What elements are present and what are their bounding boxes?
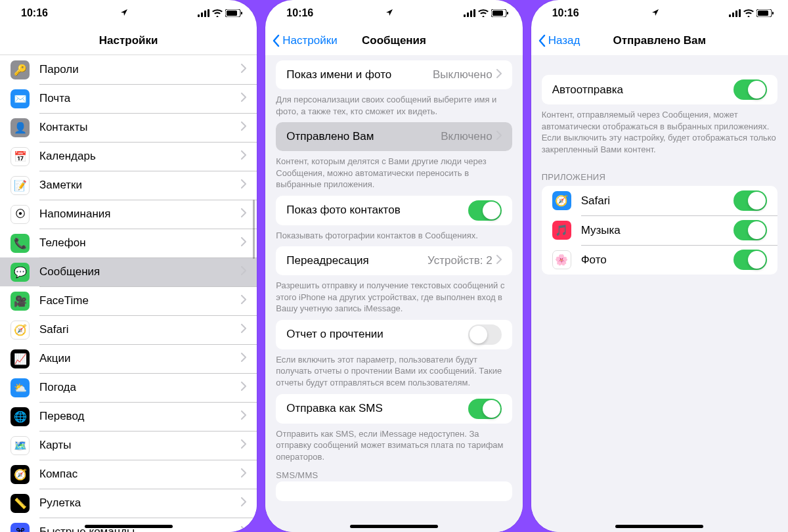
cell-label: Контакты [39, 121, 241, 134]
location-icon [385, 7, 393, 19]
row-name-photo[interactable]: Показ имени и фото Выключено [276, 60, 512, 89]
svg-rect-9 [470, 11, 472, 17]
settings-row-напоминания[interactable]: ⦿ Напоминания [0, 200, 257, 229]
svg-rect-20 [772, 12, 774, 14]
location-icon [120, 7, 128, 19]
app-icon: ⌘ [11, 523, 30, 533]
row-read-receipts[interactable]: Отчет о прочтении [276, 320, 512, 349]
toggle-app[interactable] [733, 220, 767, 240]
cell-label: Погода [39, 381, 241, 394]
svg-rect-1 [201, 12, 203, 17]
chevron-right-icon [241, 410, 246, 422]
footer-note: Контент, которым делятся с Вами другие л… [265, 151, 522, 196]
cell-value: Включено [441, 130, 492, 143]
app-icon: ⦿ [11, 205, 30, 224]
svg-rect-14 [729, 14, 731, 17]
settings-row-заметки[interactable]: 📝 Заметки [0, 171, 257, 200]
settings-row-сообщения[interactable]: 💬 Сообщения [0, 257, 257, 286]
row-contact-photos[interactable]: Показ фото контактов [276, 196, 512, 225]
toggle-read-receipts[interactable] [468, 324, 502, 345]
cellular-icon [198, 9, 209, 17]
cell-label: Отчет о прочтении [286, 328, 468, 341]
back-label: Назад [548, 34, 580, 47]
settings-row-facetime[interactable]: 🎥 FaceTime [0, 286, 257, 315]
screen-settings: 10:16 Настройки 🔑 Пароли ✉️ Почта 👤 Конт… [0, 0, 257, 532]
settings-row-карты[interactable]: 🗺️ Карты [0, 431, 257, 460]
svg-rect-3 [208, 9, 209, 17]
back-button[interactable]: Настройки [272, 34, 337, 47]
settings-row-акции[interactable]: 📈 Акции [0, 344, 257, 373]
toggle-contact-photos[interactable] [468, 200, 502, 221]
chevron-right-icon [241, 295, 246, 307]
settings-row-пароли[interactable]: 🔑 Пароли [0, 55, 257, 84]
chevron-right-icon [241, 353, 246, 365]
cell-label: Переадресация [286, 254, 427, 267]
cell-label: Перевод [39, 410, 241, 423]
app-icon: 📞 [11, 234, 30, 253]
toggle-app[interactable] [733, 250, 767, 270]
cellular-icon [729, 9, 741, 17]
chevron-right-icon [241, 468, 246, 480]
settings-row-компас[interactable]: 🧭 Компас [0, 460, 257, 489]
chevron-right-icon [241, 382, 246, 393]
app-row-safari[interactable]: 🧭 Safari [542, 186, 777, 215]
cell-label: Пароли [39, 63, 241, 76]
settings-row-safari[interactable]: 🧭 Safari [0, 315, 257, 344]
settings-row-календарь[interactable]: 📅 Календарь [0, 142, 257, 171]
app-icon: 🧭 [11, 321, 30, 340]
row-forwarding[interactable]: Переадресация Устройств: 2 [276, 246, 512, 275]
app-row-фото[interactable]: 🌸 Фото [542, 245, 777, 275]
chevron-right-icon [496, 69, 502, 81]
settings-row-перевод[interactable]: 🌐 Перевод [0, 402, 257, 431]
app-icon: 🧭 [11, 465, 30, 484]
app-icon: 🔑 [11, 60, 30, 79]
cell-label: Фото [581, 254, 733, 267]
navbar: Настройки Сообщения [265, 26, 522, 55]
app-icon: 🌸 [552, 250, 571, 269]
svg-rect-10 [473, 9, 475, 17]
status-time: 10:16 [552, 7, 579, 19]
chevron-right-icon [241, 497, 246, 509]
app-row-музыка[interactable]: 🎵 Музыка [542, 215, 777, 245]
svg-rect-13 [507, 12, 508, 14]
status-bar: 10:16 [265, 0, 522, 26]
settings-row-почта[interactable]: ✉️ Почта [0, 84, 257, 113]
settings-row-рулетка[interactable]: 📏 Рулетка [0, 489, 257, 518]
svg-rect-2 [204, 11, 206, 17]
toggle-send-as-sms[interactable] [468, 399, 502, 419]
chevron-left-icon [538, 34, 546, 47]
status-bar: 10:16 [531, 0, 788, 26]
settings-row-погода[interactable]: ⛅ Погода [0, 373, 257, 402]
footer-note: Контент, отправляемый через Сообщения, м… [531, 104, 788, 160]
cell-label: Карты [39, 439, 241, 452]
footer-note: Разрешить отправку и получение текстовых… [265, 275, 522, 320]
footer-note: Отправить как SMS, если iMessage недосту… [265, 424, 522, 468]
cell-label: Рулетка [39, 497, 241, 510]
svg-rect-7 [464, 14, 466, 17]
home-indicator [350, 525, 438, 528]
cell-label: Акции [39, 352, 241, 365]
back-button[interactable]: Назад [538, 34, 580, 47]
app-icon: 🎵 [552, 221, 571, 240]
toggle-auto-share[interactable] [733, 79, 767, 100]
chevron-right-icon [241, 208, 246, 220]
app-icon: 🗺️ [11, 436, 30, 455]
chevron-right-icon [241, 266, 246, 278]
chevron-right-icon [241, 179, 246, 191]
chevron-right-icon [241, 150, 246, 162]
app-icon: 💬 [11, 263, 30, 282]
home-indicator [615, 525, 703, 528]
cell-label: Отправлено Вам [286, 130, 441, 143]
section-header: SMS/MMS [265, 468, 522, 481]
battery-icon [756, 9, 774, 17]
app-icon: 📈 [11, 349, 30, 368]
row-shared-with-you[interactable]: Отправлено Вам Включено [276, 122, 512, 151]
settings-row-телефон[interactable]: 📞 Телефон [0, 229, 257, 257]
chevron-right-icon [241, 526, 246, 532]
row-auto-share[interactable]: Автоотправка [542, 75, 777, 104]
settings-row-контакты[interactable]: 👤 Контакты [0, 113, 257, 142]
row-send-as-sms[interactable]: Отправка как SMS [276, 394, 512, 424]
battery-icon [225, 9, 242, 17]
cell-label: FaceTime [39, 294, 241, 307]
toggle-app[interactable] [733, 190, 767, 211]
